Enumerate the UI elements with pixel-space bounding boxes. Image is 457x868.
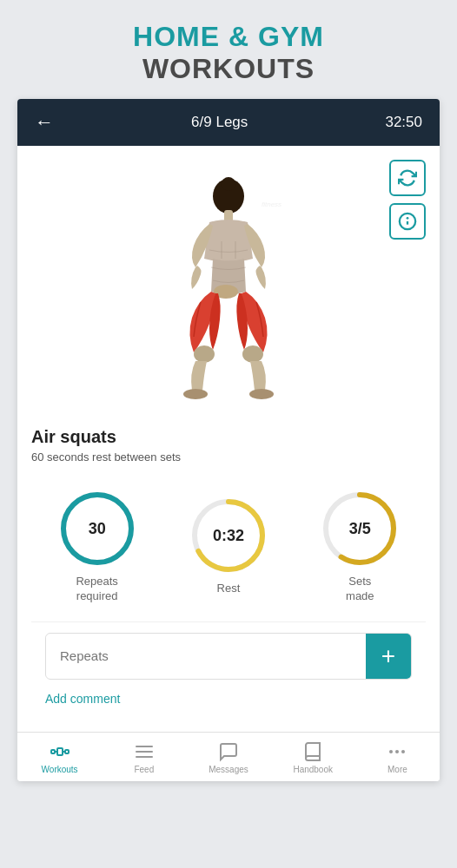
rest-value: 0:32	[213, 527, 244, 545]
title-line2: WORKOUTS	[133, 53, 324, 85]
app-title: HOME & GYM WORKOUTS	[116, 0, 341, 99]
repeats-value: 30	[89, 520, 106, 538]
rest-label: Rest	[217, 582, 241, 596]
svg-point-7	[194, 345, 215, 363]
exercise-info: Air squats 60 seconds rest between sets …	[17, 420, 440, 732]
nav-bar: ← 6/9 Legs 32:50	[17, 99, 440, 146]
svg-point-9	[183, 389, 208, 399]
stats-row: 30 Repeats required 0:32	[31, 481, 426, 621]
tab-messages[interactable]: Messages	[186, 741, 270, 774]
nav-title: 6/9 Legs	[191, 114, 248, 131]
workouts-icon	[50, 741, 70, 762]
repeats-input[interactable]	[46, 636, 366, 675]
tab-bar: Workouts Feed	[17, 732, 440, 781]
stat-sets-made: 3/5 Sets made	[321, 490, 399, 604]
tab-handbook[interactable]: Handbook	[271, 741, 355, 774]
svg-point-28	[401, 750, 405, 753]
repeats-row: +	[45, 633, 412, 680]
title-line1: HOME & GYM	[133, 21, 324, 53]
add-comment-link[interactable]: Add comment	[45, 690, 120, 707]
svg-rect-22	[57, 748, 63, 755]
add-repeats-button[interactable]: +	[366, 634, 411, 679]
exercise-image: fitness	[31, 163, 426, 406]
phone-card: ← 6/9 Legs 32:50	[17, 99, 440, 781]
sets-label: Sets made	[346, 575, 374, 604]
repeats-circle: 30	[58, 490, 136, 568]
svg-point-27	[395, 750, 399, 753]
stat-rest: 0:32 Rest	[189, 496, 268, 596]
svg-point-10	[249, 389, 274, 399]
handbook-icon	[302, 741, 323, 762]
repeats-label: Repeats required	[76, 575, 117, 604]
messages-icon	[218, 741, 239, 762]
tab-more[interactable]: More	[355, 741, 440, 774]
sets-circle: 3/5	[321, 490, 399, 568]
nav-timer: 32:50	[385, 114, 422, 131]
input-area: + Add comment	[31, 621, 426, 718]
tab-handbook-label: Handbook	[293, 765, 333, 774]
svg-point-4	[222, 177, 235, 191]
tab-messages-label: Messages	[209, 765, 248, 774]
feed-icon	[134, 741, 155, 762]
sets-value: 3/5	[349, 520, 371, 538]
exercise-name: Air squats	[31, 427, 426, 447]
svg-point-26	[389, 750, 393, 753]
svg-point-8	[242, 345, 263, 363]
tab-workouts-label: Workouts	[42, 765, 78, 774]
svg-text:fitness: fitness	[262, 201, 281, 208]
exercise-area: fitness	[17, 146, 440, 420]
more-icon	[387, 741, 407, 762]
tab-more-label: More	[387, 765, 407, 774]
tab-workouts[interactable]: Workouts	[17, 741, 102, 774]
back-button[interactable]: ←	[35, 111, 54, 134]
stat-repeats-required: 30 Repeats required	[58, 490, 136, 604]
exercise-rest-text: 60 seconds rest between sets	[31, 450, 426, 464]
rest-circle: 0:32	[189, 496, 268, 575]
tab-feed[interactable]: Feed	[102, 741, 186, 774]
tab-feed-label: Feed	[134, 765, 154, 774]
